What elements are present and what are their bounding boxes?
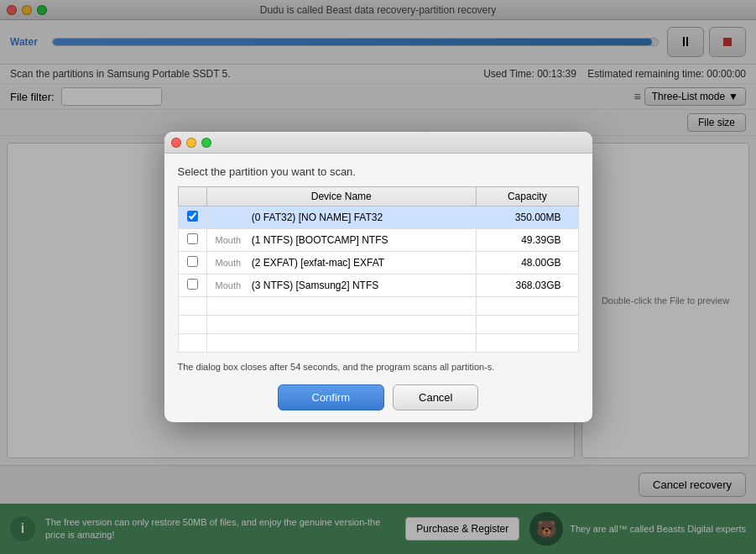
- modal-titlebar: [164, 132, 592, 154]
- checkbox-input-0[interactable]: [187, 211, 198, 222]
- partition-capacity-2: 48.00GB: [477, 252, 578, 274]
- partition-checkbox-0[interactable]: [178, 206, 206, 229]
- cancel-button[interactable]: Cancel: [393, 384, 478, 410]
- checkbox-input-1[interactable]: [187, 233, 198, 244]
- partition-name-cell-1: Mouth (1 NTFS) [BOOTCAMP] NTFS: [206, 229, 477, 252]
- empty-row-0: [178, 297, 578, 316]
- mount-badge-1: Mouth: [216, 235, 249, 245]
- partition-name-0: (0 FAT32) [NO NAME] FAT32: [252, 212, 383, 223]
- modal-body: Select the partition you want to scan. D…: [164, 154, 592, 421]
- modal-footer-text: The dialog box closes after 54 seconds, …: [178, 361, 579, 374]
- partition-row-2[interactable]: Mouth (2 EXFAT) [exfat-mac] EXFAT 48.00G…: [178, 252, 578, 274]
- modal-prompt: Select the partition you want to scan.: [178, 165, 579, 178]
- partition-name-cell-3: Mouth (3 NTFS) [Samsung2] NTFS: [206, 274, 477, 297]
- partition-row-1[interactable]: Mouth (1 NTFS) [BOOTCAMP] NTFS 49.39GB: [178, 229, 578, 252]
- partition-checkbox-1[interactable]: [178, 229, 206, 252]
- col-device-name: Device Name: [206, 187, 477, 206]
- mount-badge-2: Mouth: [216, 258, 249, 268]
- checkbox-input-2[interactable]: [187, 256, 198, 267]
- modal-close-button[interactable]: [171, 138, 181, 148]
- checkbox-input-3[interactable]: [187, 279, 198, 290]
- partition-name-cell-0: (0 FAT32) [NO NAME] FAT32: [206, 206, 477, 229]
- partition-name-3: (3 NTFS) [Samsung2] NTFS: [252, 280, 378, 291]
- partition-checkbox-3[interactable]: [178, 274, 206, 297]
- partition-name-1: (1 NTFS) [BOOTCAMP] NTFS: [252, 234, 388, 246]
- confirm-button[interactable]: Confirm: [278, 384, 385, 410]
- empty-row-1: [178, 316, 578, 334]
- partition-capacity-1: 49.39GB: [477, 229, 578, 252]
- modal-overlay: Select the partition you want to scan. D…: [0, 0, 756, 554]
- partition-table: Device Name Capacity (0 FAT32) [NO NAME]…: [178, 186, 579, 353]
- modal-max-button[interactable]: [201, 138, 211, 148]
- modal-buttons: Confirm Cancel: [178, 384, 579, 410]
- col-checkbox: [178, 187, 206, 206]
- modal-min-button[interactable]: [186, 138, 196, 148]
- partition-row-0[interactable]: (0 FAT32) [NO NAME] FAT32 350.00MB: [178, 206, 578, 229]
- partition-checkbox-2[interactable]: [178, 252, 206, 274]
- mount-badge-3: Mouth: [216, 280, 249, 290]
- empty-row-2: [178, 334, 578, 353]
- partition-name-cell-2: Mouth (2 EXFAT) [exfat-mac] EXFAT: [206, 252, 477, 274]
- partition-capacity-3: 368.03GB: [477, 274, 578, 297]
- partition-row-3[interactable]: Mouth (3 NTFS) [Samsung2] NTFS 368.03GB: [178, 274, 578, 297]
- partition-name-2: (2 EXFAT) [exfat-mac] EXFAT: [252, 257, 384, 269]
- col-capacity: Capacity: [477, 187, 578, 206]
- partition-modal: Select the partition you want to scan. D…: [164, 132, 592, 421]
- partition-capacity-0: 350.00MB: [477, 206, 578, 229]
